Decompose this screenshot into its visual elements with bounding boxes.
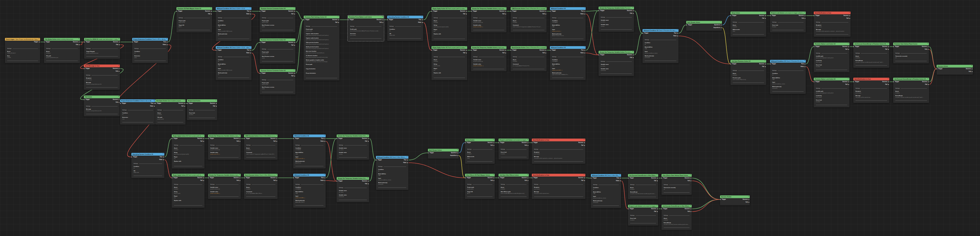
node-header[interactable]: Project lock Action	[187, 99, 217, 102]
node-fa1[interactable]: Fail Action^TriggerSuccessFailSettingsMe…	[84, 95, 120, 116]
node-header[interactable]: Stream Set Temporary Variable Action Pre…	[598, 6, 634, 10]
input-port-trigger[interactable]: Trigger	[552, 49, 556, 51]
node-snotif2[interactable]: Send Notification to User^TriggerSuccess…	[853, 78, 889, 103]
collapse-icon[interactable]: ^	[690, 174, 691, 176]
node-header[interactable]: Bash Execute Action Check if After Effec…	[244, 174, 278, 176]
input-port-trigger[interactable]: Trigger	[173, 138, 178, 139]
input-port-trigger[interactable]: Trigger	[630, 208, 634, 210]
input-port-trigger[interactable]: Trigger	[815, 15, 820, 16]
collapse-icon[interactable]: ^	[848, 78, 849, 79]
output-port-fail[interactable]: Fail	[630, 57, 632, 59]
collapse-icon[interactable]: ^	[632, 6, 633, 8]
output-port-success[interactable]: Success	[178, 103, 184, 104]
output-port-success[interactable]: Success	[922, 81, 927, 82]
node-header[interactable]: Job Execute ExtendScript in After Effect…	[628, 174, 658, 177]
collapse-icon[interactable]: ^	[203, 174, 204, 175]
node-cmd[interactable]: CMD Execute Action Check if Premiere Pro…	[511, 7, 547, 32]
output-port-success[interactable]: Success	[288, 10, 293, 12]
input-port-trigger[interactable]: Trigger	[512, 49, 517, 51]
output-port-success[interactable]: Success	[843, 15, 849, 16]
output-port-fail[interactable]: Fail	[291, 44, 293, 46]
input-port-trigger[interactable]: Trigger	[122, 103, 126, 104]
output-port-success[interactable]: Success	[799, 15, 804, 16]
collapse-icon[interactable]: ^	[632, 51, 633, 52]
node-header[interactable]: Job Start After Effects Action	[498, 174, 529, 176]
node-aepanel[interactable]: After Effects Start Helmut Panel Action^…	[662, 174, 692, 195]
node-header[interactable]: Job Execute ExtendScript in Premiere Act…	[853, 43, 889, 45]
node-foa[interactable]: File Open Action Open Audition project^T…	[155, 99, 186, 125]
output-port-false[interactable]: False	[581, 52, 584, 54]
node-svterm[interactable]: Stream Set Temporary Variable Action Pre…	[598, 51, 634, 76]
node-snotif1[interactable]: Send Notification to User^TriggerSuccess…	[814, 11, 851, 37]
node-header[interactable]: Job Execute ExtendScript in After Effect…	[662, 205, 692, 207]
output-port-fail[interactable]: Fail	[845, 84, 848, 86]
output-port-success[interactable]: Success	[73, 41, 78, 43]
input-port-trigger[interactable]: Trigger	[246, 177, 250, 179]
collapse-icon[interactable]: ^	[804, 60, 805, 62]
output-port-fail[interactable]: Fail	[762, 66, 764, 68]
output-port-success[interactable]: Success	[377, 19, 382, 21]
collapse-icon[interactable]: ^	[276, 135, 277, 136]
output-port-fail[interactable]: Fail	[525, 180, 527, 181]
setting-value[interactable]: {node.result.c751...}	[210, 154, 239, 155]
node-succ1[interactable]: Success Action^TriggerSuccessFail	[937, 65, 973, 74]
output-port-fail[interactable]: Fail	[845, 49, 848, 50]
collapse-icon[interactable]: ^	[505, 7, 506, 9]
output-port-success[interactable]: Success	[270, 177, 276, 179]
input-port-trigger[interactable]: Trigger	[430, 152, 434, 154]
node-jsae[interactable]: Job Start After Effects Action^TriggerSu…	[498, 174, 529, 199]
collapse-icon[interactable]: ^	[545, 7, 546, 9]
collapse-icon[interactable]: ^	[215, 99, 216, 101]
output-port-fail[interactable]: Fail	[380, 22, 382, 23]
node-header[interactable]: Regex Apply Action V2 Patch project path…	[431, 46, 467, 49]
collapse-icon[interactable]: ^	[657, 174, 657, 176]
output-port-fail[interactable]: Fail	[116, 101, 118, 103]
output-port-asynchron[interactable]: Asynchron	[450, 155, 457, 157]
input-port-trigger[interactable]: Trigger	[772, 15, 776, 16]
node-split1[interactable]: Split Stream Action^TriggerSynchronAsync…	[686, 21, 722, 31]
node-header[interactable]: File Delete Action delete existing helmu…	[44, 38, 80, 41]
node-header[interactable]: Stream Set Temporary Variable Action Aft…	[337, 177, 369, 180]
node-wcterm[interactable]: Wildcard Condition V3 Check if Premiere …	[770, 60, 806, 94]
output-port-fail[interactable]: Fail	[925, 84, 927, 86]
input-port-trigger[interactable]: Trigger	[512, 10, 517, 12]
node-osct[interactable]: Operating System Condition V2^TriggerTru…	[387, 16, 423, 41]
input-port-trigger[interactable]: Trigger	[350, 19, 354, 21]
output-port-success[interactable]: Success	[270, 138, 276, 139]
collapse-icon[interactable]: ^	[294, 69, 294, 71]
input-port-trigger[interactable]: Trigger	[500, 177, 504, 179]
output-port-true[interactable]: True	[581, 10, 584, 12]
node-nlock1[interactable]: Premiere Native Lock Action V2^TriggerSu…	[814, 43, 850, 72]
collapse-icon[interactable]: ^	[765, 11, 765, 13]
node-header[interactable]: CMD Execute Action Check if Premiere Pro…	[511, 7, 547, 10]
node-header[interactable]: Operating System Condition V2	[387, 16, 423, 18]
collapse-icon[interactable]: ^	[276, 174, 277, 175]
input-port-trigger[interactable]: Trigger	[815, 46, 820, 48]
node-snotif3[interactable]: Send Notification to User^TriggerSuccess…	[532, 139, 585, 164]
node-aepm[interactable]: After Effects OS Path Mapper Action^Trig…	[465, 174, 495, 199]
input-port-trigger[interactable]: Trigger	[772, 63, 776, 65]
output-port-false[interactable]: False	[418, 22, 421, 23]
node-smu1[interactable]: Send Message to User^TriggerSuccessFailS…	[84, 65, 120, 90]
output-port-synchron[interactable]: Synchron	[451, 152, 457, 154]
input-port-trigger[interactable]: Trigger	[178, 10, 183, 12]
collapse-icon[interactable]: ^	[118, 38, 119, 40]
node-svrun[interactable]: Stream Set Temporary Variable Action Pre…	[598, 6, 634, 32]
collapse-icon[interactable]: ^	[239, 135, 240, 136]
node-jesae1[interactable]: Job Execute ExtendScript in After Effect…	[628, 174, 658, 199]
input-port-trigger[interactable]: Trigger	[600, 54, 605, 56]
output-port-success[interactable]: Success	[842, 46, 848, 48]
input-port-trigger[interactable]: Trigger	[630, 177, 634, 179]
output-port-true[interactable]: True	[321, 138, 324, 139]
node-pps[interactable]: Premiere Path Settings Action V2^Trigger…	[304, 16, 339, 81]
collapse-icon[interactable]: ^	[690, 205, 691, 206]
collapse-icon[interactable]: ^	[78, 38, 79, 40]
node-header[interactable]: Project Extension Condition Check is PR …	[132, 38, 168, 41]
output-port-fail[interactable]: Fail	[542, 13, 545, 15]
output-port-true[interactable]: True	[801, 63, 804, 65]
node-evt[interactable]: Event trigger: Open Project via Extendsc…	[5, 38, 40, 63]
output-port-false[interactable]: False	[673, 35, 676, 37]
node-header[interactable]: Premiere Native Lock Action V2	[814, 43, 850, 45]
output-port-fail[interactable]: Fail	[463, 52, 465, 54]
collapse-icon[interactable]: ^	[239, 174, 240, 175]
